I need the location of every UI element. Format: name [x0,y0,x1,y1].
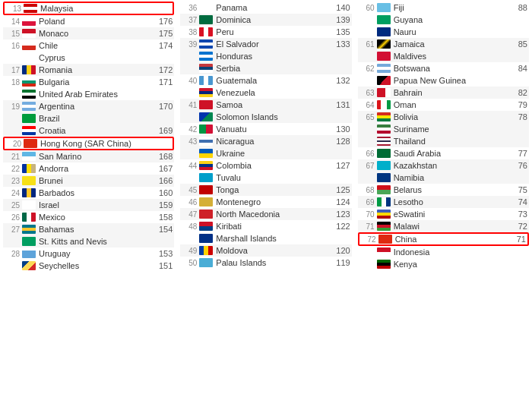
country-flag [199,27,213,36]
passport-score: 124 [329,197,350,206]
country-name: San Marino [39,152,151,161]
country-name: Montenegro [216,197,328,206]
country-flag [22,213,36,222]
country-name: China [395,235,505,244]
rank-number: 68 [359,186,375,194]
country-flag [22,152,36,161]
passport-score: 135 [329,27,350,36]
rank-number: 24 [5,189,20,197]
table-row: 62Botswana84 [358,62,529,74]
country-name: Ukraine [216,149,328,158]
country-flag [22,176,36,185]
country-flag [22,225,36,234]
country-flag [199,149,213,158]
passport-score: 158 [151,213,173,222]
passport-score: 79 [506,100,527,109]
country-flag [199,125,213,134]
table-row: Solomon Islands [180,111,351,123]
passport-score: 153 [151,249,173,258]
country-flag [22,29,36,38]
rank-number: 43 [182,137,197,146]
rank-number: 62 [359,65,375,73]
rank-number: 26 [5,213,20,222]
country-name: Moldova [216,246,328,255]
rank-number: 39 [182,40,197,49]
country-name: Belarus [394,185,506,194]
passport-score: 125 [329,185,350,194]
country-name: Dominica [216,15,328,24]
rank-number: 48 [182,222,197,231]
country-flag [199,210,213,219]
table-row: 48Kiribati122 [180,220,351,232]
passport-score: 127 [329,161,350,170]
rank-number: 16 [5,42,20,50]
rank-number: 19 [5,102,20,111]
rank-number: 63 [359,89,375,97]
table-row: 68Belarus75 [358,184,529,196]
country-flag [377,15,391,24]
country-flag [22,126,36,135]
table-row: 19Argentina170 [3,100,174,112]
passport-score: 119 [329,258,350,267]
country-name: Andorra [39,164,151,173]
passport-score: 176 [151,17,173,26]
passport-score: 77 [506,149,527,158]
passport-score: 175 [151,29,173,38]
country-name: Samoa [216,100,328,109]
table-row: Marshall Islands [180,232,351,244]
table-row: 63Bahrain82 [358,87,529,99]
table-row: 15Monaco175 [3,27,174,39]
passport-score: 85 [506,39,527,49]
country-name: Barbados [39,188,151,197]
rank-number: 72 [361,235,376,244]
table-row: Croatia169 [3,125,174,137]
table-row: 21San Marino168 [3,150,174,162]
country-name: Kiribati [216,222,328,231]
passport-score: 71 [505,235,526,244]
country-name: Uruguay [39,249,151,258]
passport-score: 167 [151,164,173,173]
table-row: 67Kazakhstan76 [358,159,529,172]
country-name: Brazil [39,114,151,123]
country-flag [24,4,37,13]
rank-number: 38 [182,28,197,36]
rank-number: 36 [182,4,197,12]
rank-number: 14 [5,17,20,26]
rank-number: 50 [182,259,197,267]
country-name: Panama [216,3,328,12]
table-row: 65Bolivia78 [358,111,529,123]
passport-score: 73 [506,210,527,219]
table-row: 41Samoa131 [180,99,351,111]
country-name: Vanuatu [216,125,328,134]
country-flag [22,102,36,111]
country-name: Serbia [216,64,328,73]
table-row: 38Peru135 [180,26,351,38]
column-1: 13Malaysia14Poland17615Monaco17516Chile1… [0,0,177,273]
table-row: Seychelles151 [3,260,174,272]
rank-number: 69 [359,198,375,206]
passport-score: 74 [506,197,527,206]
passport-score: 171 [151,77,173,87]
country-flag [377,27,391,36]
country-flag [22,249,36,258]
table-row: Papua New Guinea [358,74,529,87]
country-name: Thailand [394,137,506,146]
country-flag [199,246,213,255]
rank-number: 40 [182,77,197,85]
country-flag [199,15,213,24]
rank-number: 20 [6,140,21,148]
table-row: Guyana [358,14,529,26]
country-flag [377,100,391,109]
table-row: Kenya [358,258,529,270]
country-name: Oman [394,100,506,109]
country-name: Botswana [394,64,506,73]
rank-number: 44 [182,162,197,170]
passport-score: 130 [329,125,350,134]
country-name: Guatemala [216,76,328,85]
table-row: 49Moldova120 [180,244,351,257]
country-name: Malaysia [40,4,150,13]
country-name: Solomon Islands [216,112,328,121]
table-row: Venezuela [180,87,351,99]
table-row: 71Malawi72 [358,220,529,232]
country-flag [377,76,391,85]
